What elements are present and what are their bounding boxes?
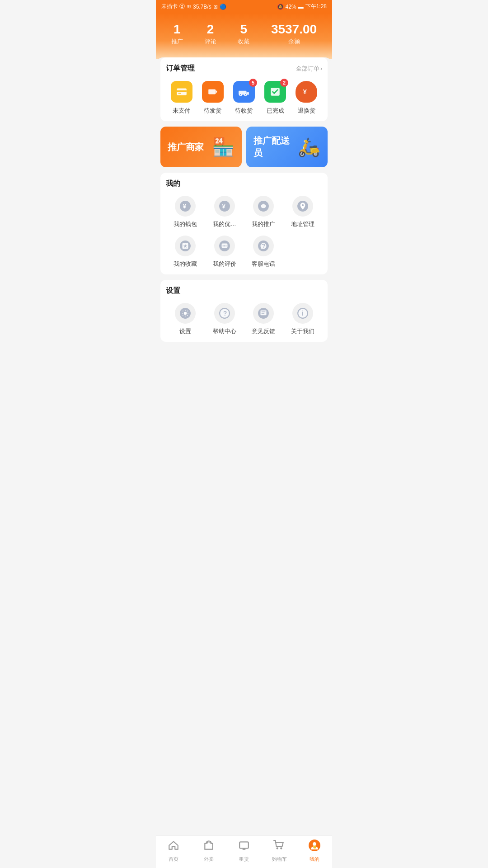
- order-unpaid-icon: [171, 81, 192, 103]
- order-unpaid[interactable]: 未支付: [170, 80, 193, 115]
- promote-icon: [253, 196, 274, 217]
- svg-point-6: [239, 94, 241, 95]
- order-pending-ship-label: 待发货: [204, 107, 221, 115]
- order-management-title: 订单管理: [166, 64, 195, 73]
- settings-icon: [175, 303, 196, 324]
- menu-review-label: 我的评价: [213, 260, 236, 268]
- my-section-title: 我的: [166, 179, 322, 189]
- wifi-icon: ≋: [187, 4, 191, 10]
- menu-coupon[interactable]: ¥ 我的优…: [205, 196, 244, 228]
- svg-point-16: [302, 204, 304, 206]
- svg-rect-2: [178, 93, 181, 94]
- menu-promote-label: 我的推广: [252, 220, 275, 228]
- settings-menu-grid: 设置 ? 帮助中心: [166, 303, 322, 335]
- menu-wallet-label: 我的钱包: [174, 220, 197, 228]
- order-pending-ship[interactable]: 待发货: [202, 80, 224, 115]
- content-area: 订单管理 全部订单 › 未支付: [156, 57, 332, 383]
- svg-point-24: [225, 245, 227, 247]
- promo-merchant-banner[interactable]: 推广商家 🏪: [160, 127, 242, 167]
- menu-coupon-label: 我的优…: [213, 220, 236, 228]
- svg-rect-33: [261, 311, 267, 316]
- feedback-icon: [253, 303, 274, 324]
- menu-address-label: 地址管理: [291, 220, 314, 228]
- order-unpaid-wrap: [170, 80, 193, 103]
- stat-favorite[interactable]: 5 收藏: [238, 22, 249, 46]
- stat-promote-label: 推广: [171, 38, 183, 46]
- order-return[interactable]: ¥ 退换货: [295, 80, 318, 115]
- menu-help-label: 帮助中心: [213, 327, 236, 335]
- menu-promote[interactable]: 我的推广: [244, 196, 283, 228]
- stat-favorite-number: 5: [240, 22, 247, 37]
- svg-marker-4: [215, 90, 217, 94]
- svg-text:¥: ¥: [222, 203, 225, 210]
- menu-about-label: 关于我们: [291, 327, 314, 335]
- svg-text:¥: ¥: [183, 203, 187, 210]
- stat-review-label: 评论: [205, 38, 216, 46]
- promo-delivery-text: 推广配送员: [253, 135, 298, 159]
- menu-help[interactable]: ? 帮助中心: [205, 303, 244, 335]
- help-icon: ?: [214, 303, 235, 324]
- promo-merchant-text: 推广商家: [168, 141, 204, 153]
- svg-text:i: i: [302, 310, 304, 317]
- order-unpaid-label: 未支付: [173, 107, 190, 115]
- svg-point-26: [263, 247, 264, 248]
- order-pending-receive-wrap: 5: [233, 80, 255, 103]
- order-pending-receive[interactable]: 5 待收货: [233, 80, 255, 115]
- promo-merchant-icon: 🏪: [212, 137, 235, 158]
- svg-text:¥: ¥: [303, 88, 307, 95]
- wallet-icon: ¥: [175, 196, 196, 217]
- svg-rect-1: [177, 90, 187, 92]
- order-return-label: 退换货: [298, 107, 315, 115]
- menu-review[interactable]: 我的评价: [205, 236, 244, 268]
- stat-balance-label: 余额: [288, 38, 300, 46]
- order-completed-badge: 2: [280, 79, 288, 87]
- menu-feedback-label: 意见反馈: [252, 327, 275, 335]
- svg-point-23: [224, 245, 225, 247]
- promo-delivery-banner[interactable]: 推广配送员 🛵: [246, 127, 328, 167]
- stat-balance[interactable]: 3537.00 余额: [271, 22, 317, 46]
- status-right: 🔕 42% ▬ 下午1:28: [277, 3, 327, 10]
- service-icon: [253, 236, 274, 256]
- menu-address[interactable]: 地址管理: [283, 196, 323, 228]
- my-menu-grid: ¥ 我的钱包 ¥ 我的优…: [166, 196, 322, 268]
- stat-review-number: 2: [207, 22, 214, 37]
- menu-about[interactable]: i 关于我们: [283, 303, 323, 335]
- time-text: 下午1:28: [305, 3, 327, 10]
- menu-feedback[interactable]: 意见反馈: [244, 303, 283, 335]
- order-return-icon: ¥: [296, 81, 317, 103]
- all-orders-link[interactable]: 全部订单 ›: [296, 65, 322, 73]
- svg-rect-3: [208, 90, 215, 94]
- stat-promote-number: 1: [174, 22, 181, 37]
- stat-review[interactable]: 2 评论: [205, 22, 216, 46]
- stat-favorite-label: 收藏: [238, 38, 249, 46]
- stat-balance-number: 3537.00: [271, 22, 317, 37]
- my-section: 我的 ¥ 我的钱包 ¥: [160, 173, 328, 274]
- battery-text: 42%: [286, 4, 296, 10]
- status-left: 未插卡 ⓓ ≋ 35.7B/s ⊠ 🔵: [161, 3, 226, 10]
- order-completed[interactable]: 2 已完成: [264, 80, 286, 115]
- svg-point-22: [222, 245, 224, 247]
- order-completed-wrap: 2: [264, 80, 286, 103]
- svg-text:?: ?: [223, 310, 227, 317]
- stat-promote[interactable]: 1 推广: [171, 22, 183, 46]
- svg-point-28: [184, 312, 187, 315]
- carrier-text: 未插卡: [161, 3, 178, 10]
- menu-service[interactable]: 客服电话: [244, 236, 283, 268]
- settings-section: 设置 设置 ?: [160, 280, 328, 342]
- order-management-card: 订单管理 全部订单 › 未支付: [160, 57, 328, 121]
- promo-delivery-icon: 🛵: [298, 137, 320, 158]
- svg-point-7: [244, 94, 246, 95]
- menu-wallet[interactable]: ¥ 我的钱包: [166, 196, 205, 228]
- favorites-icon: [175, 236, 196, 256]
- order-icons-row: 未支付 待发货: [166, 80, 322, 115]
- menu-settings[interactable]: 设置: [166, 303, 205, 335]
- address-icon: [292, 196, 313, 217]
- review-icon: [214, 236, 235, 256]
- order-completed-label: 已完成: [267, 107, 284, 115]
- menu-settings-label: 设置: [179, 327, 191, 335]
- order-return-wrap: ¥: [295, 80, 318, 103]
- header-area: 1 推广 2 评论 5 收藏 3537.00 余额: [156, 13, 332, 59]
- app-icon: 🔵: [220, 4, 226, 10]
- speed-text: 35.7B/s: [193, 4, 211, 10]
- menu-favorites[interactable]: 我的收藏: [166, 236, 205, 268]
